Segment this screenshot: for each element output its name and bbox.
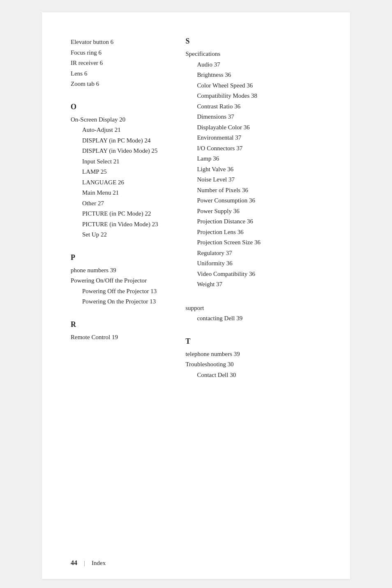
list-item: Audio 37 [185, 60, 321, 70]
list-item: PICTURE (in Video Mode) 23 [71, 219, 169, 230]
list-item: DISPLAY (in PC Mode) 24 [71, 136, 169, 146]
list-item: Noise Level 37 [185, 175, 321, 185]
list-item: Set Up 22 [71, 230, 169, 240]
list-item: Powering On/Off the Projector [71, 276, 169, 286]
list-item: Environmental 37 [185, 133, 321, 143]
list-item: Power Supply 36 [185, 206, 321, 217]
list-item: Powering Off the Projector 13 [71, 286, 169, 297]
list-item: LAMP 25 [71, 167, 169, 177]
section-o: O On-Screen Display 20 Auto-Adjust 21 DI… [71, 103, 169, 240]
right-column: S Specifications Audio 37 Brightness 36 … [185, 37, 321, 393]
list-item: Weight 37 [185, 279, 321, 290]
list-item: DISPLAY (in Video Mode) 25 [71, 146, 169, 156]
list-item: Brightness 36 [185, 70, 321, 80]
page: Elevator button 6 Focus ring 6 IR receiv… [42, 12, 350, 579]
list-item: Specifications [185, 49, 321, 60]
list-item: Other 27 [71, 198, 169, 209]
top-items-section: Elevator button 6 Focus ring 6 IR receiv… [71, 37, 169, 90]
footer-label: Index [92, 560, 106, 567]
section-header-t: T [185, 337, 321, 346]
section-header-p: P [71, 253, 169, 262]
list-item: Uniformity 36 [185, 258, 321, 269]
section-header-o: O [71, 103, 169, 111]
list-item: contacting Dell 39 [185, 313, 321, 324]
list-item: Lamp 36 [185, 154, 321, 164]
section-t: T telephone numbers 39 Troubleshooting 3… [185, 337, 321, 381]
section-r: R Remote Control 19 [71, 320, 169, 343]
list-item: Compatibility Modes 38 [185, 91, 321, 101]
section-header-s: S [185, 37, 321, 46]
list-item: Troubleshooting 30 [185, 359, 321, 370]
section-support: support contacting Dell 39 [185, 303, 321, 324]
list-item: Projection Screen Size 36 [185, 237, 321, 248]
footer-page-number: 44 [71, 559, 77, 567]
list-item: IR receiver 6 [71, 58, 169, 69]
list-item: Regulatory 37 [185, 248, 321, 259]
list-item: Auto-Adjust 21 [71, 125, 169, 136]
list-item: Video Compatibility 36 [185, 269, 321, 280]
list-item: Powering On the Projector 13 [71, 296, 169, 307]
list-item: LANGUAGE 26 [71, 177, 169, 188]
list-item: Power Consumption 36 [185, 195, 321, 206]
list-item: Main Menu 21 [71, 188, 169, 198]
list-item: Color Wheel Speed 36 [185, 80, 321, 91]
list-item: Light Valve 36 [185, 164, 321, 175]
footer-separator: | [84, 560, 85, 567]
list-item: Projection Distance 36 [185, 216, 321, 227]
list-item: Contact Dell 30 [185, 370, 321, 381]
list-item: Dimensions 37 [185, 112, 321, 122]
list-item: Number of Pixels 36 [185, 185, 321, 196]
list-item: Contrast Ratio 36 [185, 101, 321, 112]
list-item: Lens 6 [71, 69, 169, 79]
left-column: Elevator button 6 Focus ring 6 IR receiv… [71, 37, 169, 393]
list-item: Projection Lens 36 [185, 227, 321, 238]
section-header-r: R [71, 320, 169, 329]
list-item: support [185, 303, 321, 314]
list-item: Remote Control 19 [71, 332, 169, 343]
list-item: I/O Connectors 37 [185, 143, 321, 154]
list-item: PICTURE (in PC Mode) 22 [71, 209, 169, 219]
list-item: phone numbers 39 [71, 265, 169, 276]
section-s: S Specifications Audio 37 Brightness 36 … [185, 37, 321, 290]
list-item: Focus ring 6 [71, 48, 169, 58]
list-item: Zoom tab 6 [71, 79, 169, 90]
list-item: Input Select 21 [71, 156, 169, 167]
footer: 44 | Index [71, 559, 106, 567]
section-p: P phone numbers 39 Powering On/Off the P… [71, 253, 169, 307]
list-item: Displayable Color 36 [185, 122, 321, 133]
list-item: On-Screen Display 20 [71, 115, 169, 125]
list-item: Elevator button 6 [71, 37, 169, 48]
list-item: telephone numbers 39 [185, 349, 321, 360]
